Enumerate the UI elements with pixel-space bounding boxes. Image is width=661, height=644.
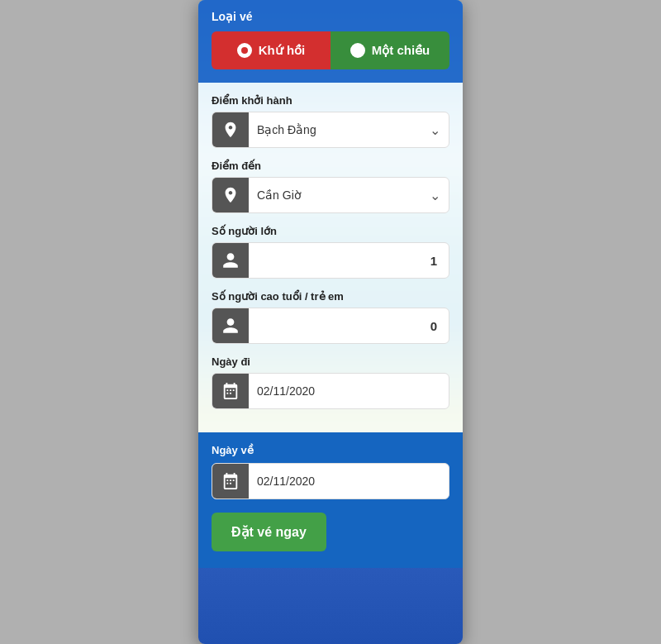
adults-label: Số người lớn [212,225,449,237]
ticket-type-label: Loại vé [212,10,449,23]
svg-rect-9 [230,483,231,484]
return-date-label: Ngày về [212,444,449,456]
svg-rect-2 [233,389,235,391]
bottom-section: Ngày về Đặt vé ngay [198,432,463,568]
seniors-children-label: Số người cao tuổi / trẻ em [212,290,449,303]
round-trip-button[interactable]: Khứ hồi [212,31,330,69]
phone-container: Loại vé Khứ hồi Một chiều Điểm khởi hành [198,0,463,644]
svg-rect-0 [226,389,228,391]
adults-value: 1 [430,254,449,268]
adults-group: Số người lớn 1 [212,225,449,279]
content-wrapper: Loại vé Khứ hồi Một chiều Điểm khởi hành [198,0,463,568]
adults-icon [212,242,249,279]
svg-rect-7 [233,479,235,481]
svg-rect-6 [230,479,231,481]
departure-date-input-row[interactable] [212,373,449,409]
svg-rect-5 [226,479,228,481]
one-way-label: Một chiều [372,43,430,58]
calendar-icon [221,382,240,400]
person-icon-2 [221,317,240,335]
svg-rect-1 [230,389,231,391]
person-icon [221,251,240,270]
departure-label: Điểm khởi hành [212,94,449,107]
seniors-children-icon [212,308,249,344]
destination-input-row[interactable]: ⌄ [212,177,449,213]
one-way-button[interactable]: Một chiều [330,31,449,69]
adults-input-row[interactable]: 1 [212,242,449,279]
submit-label: Đặt vé ngay [231,525,307,539]
svg-rect-3 [226,393,228,394]
destination-label: Điểm đến [212,160,449,172]
departure-date-label: Ngày đi [212,355,449,368]
form-section: Điểm khởi hành ⌄ Điểm đến [198,83,463,432]
ticket-type-buttons: Khứ hồi Một chiều [212,31,449,69]
destination-chevron-icon: ⌄ [430,188,449,203]
svg-rect-8 [226,483,228,484]
departure-group: Điểm khởi hành ⌄ [212,94,449,148]
adults-input[interactable] [249,254,430,267]
submit-button[interactable]: Đặt vé ngay [212,513,326,551]
destination-group: Điểm đến ⌄ [212,160,449,213]
seniors-children-input-row[interactable]: 0 [212,308,449,344]
return-date-input[interactable] [249,475,449,488]
destination-input[interactable] [249,188,430,202]
ticket-type-section: Loại vé Khứ hồi Một chiều [198,0,463,83]
destination-icon [212,177,249,213]
departure-date-input[interactable] [249,384,449,398]
location-pin-icon-2 [221,186,240,204]
departure-input-row[interactable]: ⌄ [212,112,449,148]
departure-input[interactable] [249,123,430,136]
return-date-input-row[interactable] [212,463,449,499]
seniors-children-group: Số người cao tuổi / trẻ em 0 [212,290,449,344]
departure-icon [212,112,249,148]
return-date-icon [212,463,249,499]
one-way-radio [350,43,365,58]
svg-rect-4 [230,393,231,394]
departure-date-icon [212,373,249,409]
round-trip-label: Khứ hồi [259,43,306,58]
calendar-icon-2 [221,472,240,490]
seniors-children-input[interactable] [249,319,430,332]
round-trip-radio [237,43,252,58]
departure-chevron-icon: ⌄ [430,122,449,138]
departure-date-group: Ngày đi [212,355,449,409]
seniors-children-value: 0 [430,319,449,333]
location-pin-icon [221,121,240,139]
